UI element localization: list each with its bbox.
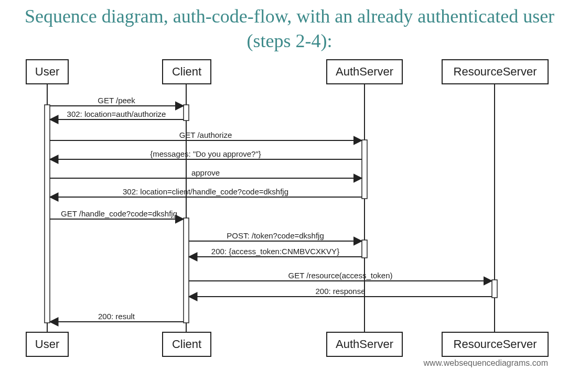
svg-text:AuthServer: AuthServer [336, 337, 393, 350]
msg-get-authorize-label: GET /authorize [179, 130, 232, 139]
msg-200-accesstoken-label: 200: {access_token:CNMBVCXKVY} [211, 247, 339, 256]
actor-user-top: User [26, 60, 68, 84]
activation-authserver-2 [362, 240, 367, 258]
svg-text:AuthServer: AuthServer [336, 64, 393, 78]
actor-resourceserver-bottom: ResourceServer [442, 332, 548, 356]
msg-get-handlecode-label: GET /handle_code?code=dkshfjg [61, 209, 177, 218]
msg-approve-prompt-label: {messages: "Do you approve?"} [150, 149, 261, 158]
activation-user [45, 105, 50, 323]
actor-client-bottom: Client [163, 332, 211, 356]
activation-authserver-1 [362, 140, 367, 199]
actor-authserver-bottom: AuthServer [327, 332, 402, 356]
diagram-title: Sequence diagram, auth-code-flow, with a… [21, 4, 558, 53]
svg-text:ResourceServer: ResourceServer [454, 337, 537, 350]
msg-200-response-label: 200: response [315, 287, 365, 296]
attribution-text: www.websequencediagrams.com [423, 358, 548, 367]
msg-approve-label: approve [191, 168, 220, 177]
msg-302-handlecode-label: 302: location=client/handle_code?code=dk… [123, 187, 288, 196]
svg-text:Client: Client [172, 337, 201, 350]
svg-text:ResourceServer: ResourceServer [454, 64, 537, 78]
svg-text:Client: Client [172, 64, 201, 78]
msg-get-resource-label: GET /resource(access_token) [288, 271, 393, 280]
activation-resourceserver [492, 280, 497, 298]
actor-user-bottom: User [26, 332, 68, 356]
activation-client-1 [184, 105, 189, 121]
msg-200-result-label: 200: result [98, 312, 135, 321]
actor-authserver-top: AuthServer [327, 60, 402, 84]
msg-302-auth-label: 302: location=auth/authorize [67, 110, 166, 118]
msg-post-token-label: POST: /token?code=dkshfjg [227, 231, 324, 240]
activation-client-2 [184, 218, 189, 323]
sequence-diagram: User Client AuthServer ResourceServer GE… [18, 59, 561, 368]
msg-get-peek-label: GET /peek [98, 96, 135, 105]
actor-resourceserver-top: ResourceServer [442, 60, 548, 84]
svg-text:User: User [35, 337, 59, 350]
actor-client-top: Client [163, 60, 211, 84]
svg-text:User: User [35, 64, 59, 78]
